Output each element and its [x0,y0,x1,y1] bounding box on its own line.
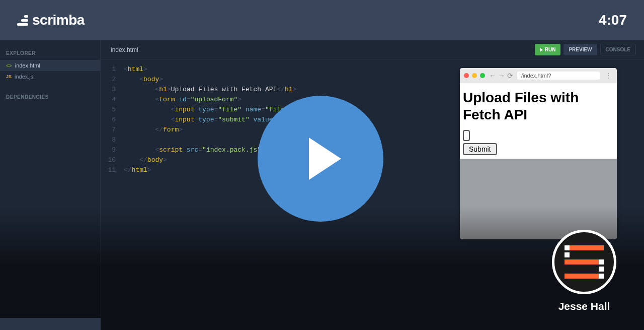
line-number: 11 [101,165,124,175]
editor-tabs: index.html RUN PREVIEW CONSOLE [101,40,644,59]
editor-buttons: RUN PREVIEW CONSOLE [535,44,636,55]
run-button[interactable]: RUN [535,44,561,55]
kebab-menu-icon[interactable]: ⋮ [604,72,613,80]
logo-text: scrimba [32,12,85,28]
file-input[interactable] [463,130,470,141]
back-icon[interactable]: ← [489,72,496,80]
js-file-icon: JS [6,74,12,79]
dependencies-heading: DEPENDENCIES [0,90,100,104]
line-number: 9 [101,145,124,155]
page-heading: Upload Files with Fetch API [463,89,614,123]
header: scrimba 4:07 [0,0,644,40]
avatar-logo-icon [565,245,604,279]
line-number: 2 [101,75,124,85]
maximize-icon[interactable] [480,73,485,78]
line-number: 7 [101,125,124,135]
browser-content: Upload Files with Fetch API Submit [460,83,617,159]
url-bar[interactable]: /index.html? [517,72,600,80]
sidebar: EXPLORER <> index.html JS index.js DEPEN… [0,40,101,317]
line-number: 8 [101,135,124,145]
preview-button[interactable]: PREVIEW [564,44,597,55]
close-icon[interactable] [464,73,469,78]
logo[interactable]: scrimba [17,12,85,28]
file-item-index-js[interactable]: JS index.js [0,71,100,82]
html-file-icon: <> [6,63,12,69]
line-number: 10 [101,155,124,165]
reload-icon[interactable]: ⟳ [507,72,513,80]
author-badge: Jesse Hall [552,230,616,312]
minimize-icon[interactable] [472,73,477,78]
file-name: index.js [15,74,33,80]
avatar[interactable] [552,230,616,294]
author-name: Jesse Hall [558,300,610,312]
forward-icon[interactable]: → [498,72,505,80]
browser-chrome: ← → ⟳ /index.html? ⋮ [460,68,617,83]
active-tab[interactable]: index.html [111,46,138,53]
browser-overlay-lower [460,159,617,239]
line-number: 6 [101,115,124,125]
play-button[interactable] [258,96,383,222]
line-number: 3 [101,85,124,95]
line-number: 4 [101,95,124,105]
line-number: 1 [101,64,124,75]
explorer-heading: EXPLORER [0,46,100,60]
traffic-lights [464,73,485,78]
console-button[interactable]: CONSOLE [600,44,636,55]
file-item-index-html[interactable]: <> index.html [0,60,100,71]
browser-preview: ← → ⟳ /index.html? ⋮ Upload Files with F… [460,68,617,239]
submit-button[interactable]: Submit [463,143,497,155]
browser-nav-icons: ← → ⟳ [489,72,513,80]
file-name: index.html [15,62,40,69]
line-number: 5 [101,105,124,115]
scrimba-logo-icon [17,15,28,26]
bottom-accent [0,318,101,330]
video-duration: 4:07 [599,12,627,28]
